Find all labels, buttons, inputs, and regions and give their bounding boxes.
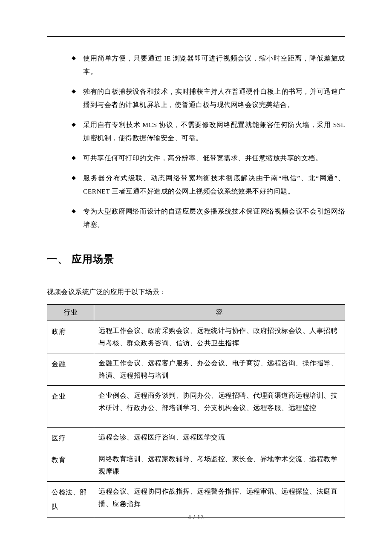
table-row: 企业 企业例会、远程商务谈判、协同办公、远程招聘、代理商渠道商远程培训、技术研讨…	[47, 385, 345, 427]
table-header-content: 容	[94, 305, 345, 321]
cell-industry: 教育	[47, 449, 94, 481]
cell-industry: 医疗	[47, 427, 94, 449]
bullet-item: 服务器分布式级联、动态网络带宽均衡技术彻底解决由于南“电信”、北“网通”、CER…	[72, 171, 345, 198]
bullet-item: 独有的白板捕获设备和技术，实时捕获主持人在普通硬件白板上的书写，并可迅速广播到与…	[72, 85, 345, 111]
cell-content: 远程会议、远程协同作战指挥、远程警务指挥、远程审讯、远程探监、法庭直播、应急指挥	[94, 481, 345, 517]
table-row: 公检法、部队 远程会议、远程协同作战指挥、远程警务指挥、远程审讯、远程探监、法庭…	[47, 481, 345, 517]
bullet-item: 可共享任何可打印的文件，高分辨率、低带宽需求、并任意缩放共享的文档。	[72, 151, 345, 165]
table-row: 政府 远程工作会议、政府采购会议、远程统计与协作、政府招投标会议、人事招聘与考核…	[47, 321, 345, 353]
cell-content: 远程工作会议、政府采购会议、远程统计与协作、政府招投标会议、人事招聘与考核、群众…	[94, 321, 345, 353]
bullet-item: 专为大型政府网络而设计的自适应层次多播系统技术保证网络视频会议不会引起网络堵塞。	[72, 205, 345, 231]
cell-content: 远程会诊、远程医疗咨询、远程医学交流	[94, 427, 345, 449]
bullet-item: 采用自有专利技术 MCS 协议，不需要修改网络配置就能兼容任何防火墙，采用 SS…	[72, 118, 345, 145]
cell-industry: 公检法、部队	[47, 481, 94, 517]
table-row: 教育 网络教育培训、远程家教辅导、考场监控、家长会、异地学术交流、远程教学观摩课	[47, 449, 345, 481]
table-header-industry: 行业	[47, 305, 94, 321]
cell-content: 企业例会、远程商务谈判、协同办公、远程招聘、代理商渠道商远程培训、技术研讨、行政…	[94, 385, 345, 427]
cell-industry: 金融	[47, 353, 94, 385]
table-row: 金融 金融工作会议、远程客户服务、办公会议、电子商贸、远程咨询、操作指导、路演、…	[47, 353, 345, 385]
page-number: 4 / 13	[0, 514, 392, 521]
page-content: 使用简单方便，只要通过 IE 浏览器即可进行视频会议，缩小时空距离，降低差旅成本…	[0, 0, 392, 518]
bullet-list: 使用简单方便，只要通过 IE 浏览器即可进行视频会议，缩小时空距离，降低差旅成本…	[47, 52, 345, 231]
bullet-item: 使用简单方便，只要通过 IE 浏览器即可进行视频会议，缩小时空距离，降低差旅成本…	[72, 52, 345, 78]
table-row: 医疗 远程会诊、远程医疗咨询、远程医学交流	[47, 427, 345, 449]
scenarios-table: 行业 容 政府 远程工作会议、政府采购会议、远程统计与协作、政府招投标会议、人事…	[47, 304, 345, 518]
cell-industry: 政府	[47, 321, 94, 353]
header-divider	[47, 36, 345, 37]
cell-industry: 企业	[47, 385, 94, 427]
cell-content: 网络教育培训、远程家教辅导、考场监控、家长会、异地学术交流、远程教学观摩课	[94, 449, 345, 481]
intro-text: 视频会议系统广泛的应用于以下场景：	[47, 285, 345, 298]
section-heading: 一、 应用场景	[47, 252, 345, 266]
cell-content: 金融工作会议、远程客户服务、办公会议、电子商贸、远程咨询、操作指导、路演、远程招…	[94, 353, 345, 385]
